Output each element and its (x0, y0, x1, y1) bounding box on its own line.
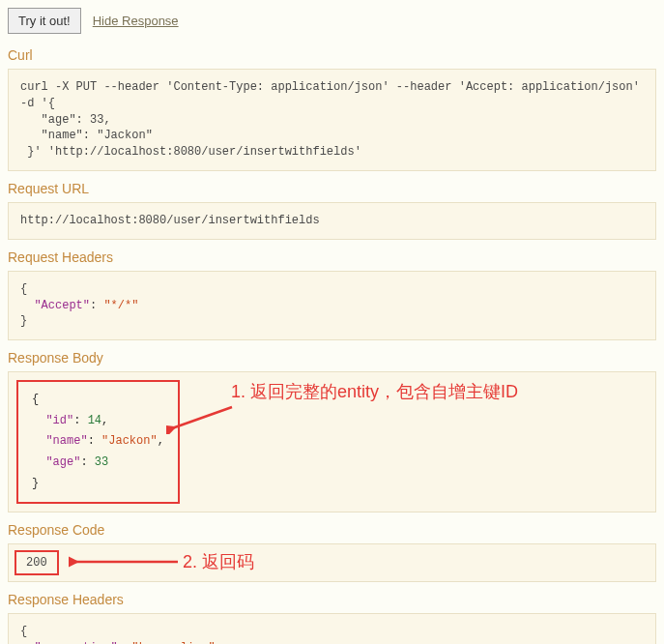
arrow-2-icon (69, 556, 180, 568)
curl-header: Curl (8, 47, 656, 63)
curl-content: curl -X PUT --header 'Content-Type: appl… (8, 69, 656, 171)
response-body-wrapper: { "id": 14, "name": "Jackon", "age": 33 … (8, 371, 656, 512)
hide-response-link[interactable]: Hide Response (93, 14, 179, 28)
name-val: "Jackon" (101, 434, 158, 448)
response-headers-content: { "connection": "keep-alive", "content-t… (8, 613, 656, 644)
age-val: 33 (95, 455, 108, 469)
arrow-1-icon (166, 405, 234, 434)
request-headers-content: { "Accept": "*/*" } (8, 271, 656, 340)
id-key: "id" (45, 414, 73, 427)
annotation-1: 1. 返回完整的entity，包含自增主键ID (231, 380, 518, 403)
response-code-wrapper: 200 2. 返回码 (8, 543, 656, 582)
accept-val: "*/*" (103, 299, 138, 312)
response-body-header: Response Body (8, 350, 656, 366)
accept-key: "Accept" (34, 299, 90, 312)
request-headers-header: Request Headers (8, 249, 656, 265)
age-key: "age" (45, 455, 80, 469)
request-url-header: Request URL (8, 181, 656, 196)
id-val: 14 (88, 414, 101, 427)
try-it-out-button[interactable]: Try it out! (8, 8, 81, 34)
name-key: "name" (45, 434, 87, 448)
response-body-content: { "id": 14, "name": "Jackon", "age": 33 … (16, 380, 180, 504)
response-code-content: 200 (14, 550, 59, 575)
svg-line-1 (172, 407, 232, 428)
annotation-2: 2. 返回码 (183, 550, 254, 573)
response-code-header: Response Code (8, 522, 656, 538)
response-headers-header: Response Headers (8, 592, 656, 607)
request-url-content: http://localhost:8080/user/insertwithfie… (8, 202, 656, 240)
